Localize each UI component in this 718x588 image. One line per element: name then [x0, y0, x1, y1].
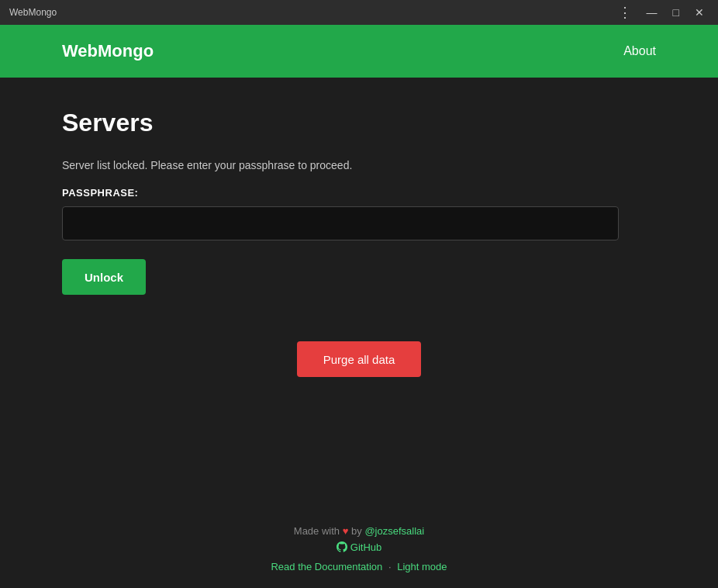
light-mode-link[interactable]: Light mode [397, 561, 447, 572]
app-title: WebMongo [9, 7, 57, 18]
footer: Made with ♥ by @jozsefsallai GitHub Read… [0, 510, 718, 589]
title-bar: WebMongo ⋮ — □ ✕ [0, 0, 718, 25]
lock-message: Server list locked. Please enter your pa… [62, 159, 656, 171]
unlock-button[interactable]: Unlock [62, 259, 146, 295]
maximize-button[interactable]: □ [668, 5, 684, 20]
footer-made-with: Made with ♥ by @jozsefsallai [16, 525, 702, 537]
docs-link[interactable]: Read the Documentation [271, 561, 382, 572]
minimize-button[interactable]: — [642, 5, 662, 20]
passphrase-label: PASSPHRASE: [62, 187, 656, 199]
footer-github-line: GitHub [16, 541, 702, 555]
main-content: Servers Server list locked. Please enter… [0, 78, 718, 510]
footer-separator: · [388, 561, 392, 572]
heart-icon: ♥ [343, 525, 351, 537]
footer-links: Read the Documentation · Light mode [16, 561, 702, 572]
navbar-brand: WebMongo [62, 41, 154, 61]
window-controls: ⋮ — □ ✕ [613, 2, 709, 22]
passphrase-input[interactable] [62, 206, 619, 240]
menu-dots-button[interactable]: ⋮ [613, 2, 636, 22]
about-button[interactable]: About [623, 44, 656, 58]
github-link[interactable]: GitHub [337, 541, 381, 553]
close-button[interactable]: ✕ [690, 5, 709, 20]
author-link[interactable]: @jozsefsallai [364, 525, 424, 537]
github-icon [337, 541, 347, 552]
purge-button[interactable]: Purge all data [297, 341, 421, 377]
page-title: Servers [62, 109, 656, 137]
navbar: WebMongo About [0, 25, 718, 78]
